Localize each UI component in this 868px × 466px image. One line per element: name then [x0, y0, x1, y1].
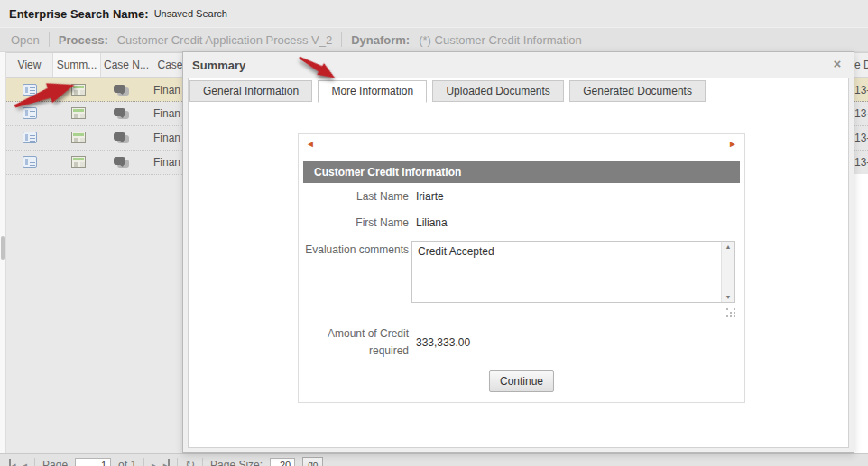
column-header-case-notes[interactable]: Case N... — [101, 53, 152, 77]
tab-strip: General Information More Information Upl… — [189, 78, 848, 102]
textarea-resize-grip-icon[interactable] — [726, 308, 737, 319]
last-name-value: Iriarte — [416, 190, 444, 203]
application-window: Enterprise Search Name: Unsaved Search O… — [0, 0, 868, 466]
modal-title: Summary — [192, 59, 245, 72]
process-label: Process: — [59, 33, 108, 47]
search-name-label: Enterprise Search Name: — [9, 7, 149, 21]
prev-page-icon[interactable]: ◂ — [23, 459, 28, 466]
panel-splitter[interactable] — [0, 52, 6, 453]
refresh-icon[interactable]: ↻ — [185, 458, 195, 466]
last-page-icon[interactable]: ▸ — [163, 459, 171, 466]
case-notes-icon[interactable] — [114, 157, 130, 169]
case-cell: Finan — [153, 84, 186, 96]
page-number-input[interactable] — [75, 458, 111, 466]
enterprise-search-bar: Enterprise Search Name: Unsaved Search — [0, 0, 868, 27]
amount-of-credit-value: 333,333.00 — [416, 336, 470, 349]
toolbar-divider — [49, 32, 50, 47]
textarea-scrollbar[interactable]: ▲ ▼ — [721, 242, 734, 302]
first-name-label: First Name — [299, 216, 409, 229]
case-summary-icon[interactable] — [71, 84, 86, 96]
evaluation-comments-label: Evaluation comments — [299, 243, 409, 256]
splitter-handle-icon[interactable] — [1, 236, 5, 260]
tab-uploaded-documents[interactable]: Uploaded Documents — [432, 80, 563, 102]
view-case-icon[interactable] — [23, 132, 37, 143]
page-size-label: Page Size: — [210, 459, 263, 466]
tab-generated-documents[interactable]: Generated Documents — [569, 80, 706, 102]
case-cell: Finan — [153, 132, 186, 144]
case-summary-icon[interactable] — [71, 132, 86, 143]
close-icon[interactable]: × — [830, 57, 845, 71]
next-page-icon[interactable]: ▸ — [152, 459, 156, 466]
case-notes-icon[interactable] — [114, 132, 130, 144]
last-name-label: Last Name — [299, 190, 409, 203]
search-name-value: Unsaved Search — [154, 8, 227, 19]
column-header-summary[interactable]: Summ... — [53, 53, 101, 77]
case-summary-icon[interactable] — [71, 107, 86, 119]
process-value: Customer Credit Application Process V_2 — [117, 33, 332, 47]
dynaform-prev-icon[interactable]: ◄ — [306, 139, 315, 149]
date-cell: 13- — [854, 107, 868, 120]
toolbar-divider — [143, 458, 144, 466]
view-case-icon[interactable] — [23, 156, 37, 168]
open-button[interactable]: Open — [11, 33, 40, 47]
page-of-label: of 1 — [118, 459, 136, 466]
go-button[interactable]: go — [302, 457, 323, 466]
dynaform-next-icon[interactable]: ► — [728, 139, 737, 149]
case-cell: Finan — [153, 107, 186, 120]
toolbar-divider — [177, 458, 178, 466]
case-summary-icon[interactable] — [71, 156, 86, 168]
column-header-date[interactable]: e D — [854, 53, 868, 77]
evaluation-comments-value: Credit Accepted — [418, 245, 716, 258]
modal-body: General Information More Information Upl… — [188, 78, 849, 448]
tab-content: ◄ ► Customer Credit information Last Nam… — [189, 102, 848, 447]
tab-general-information[interactable]: General Information — [189, 80, 312, 102]
page-label: Page — [42, 459, 68, 466]
continue-button[interactable]: Continue — [489, 370, 554, 392]
date-cell: 13- — [854, 84, 868, 96]
view-case-icon[interactable] — [23, 84, 37, 96]
case-notes-icon[interactable] — [114, 85, 130, 96]
pagination-bar: ◂ ◂ Page of 1 ▸ ▸ ↻ Page Size: go — [0, 453, 868, 466]
date-cell: 13- — [854, 156, 868, 169]
first-name-value: Liliana — [416, 216, 448, 229]
evaluation-comments-textarea[interactable]: Credit Accepted ▲ ▼ — [411, 241, 735, 303]
first-page-icon[interactable]: ◂ — [9, 459, 16, 466]
view-case-icon[interactable] — [23, 107, 37, 119]
scroll-up-icon[interactable]: ▲ — [722, 243, 734, 250]
form-section-header: Customer Credit information — [303, 161, 740, 183]
column-header-view[interactable]: View — [6, 53, 53, 77]
dynaform-value: (*) Customer Credit Information — [419, 33, 582, 47]
process-toolbar: Open Process: Customer Credit Applicatio… — [0, 27, 868, 52]
page-size-input[interactable] — [270, 458, 295, 466]
amount-of-credit-label: Amount of Credit required — [299, 325, 409, 360]
date-cell: 13- — [854, 132, 868, 144]
toolbar-divider — [202, 458, 203, 466]
summary-modal: Summary × General Information More Infor… — [182, 51, 854, 453]
toolbar-divider — [34, 458, 35, 466]
dynaform-label: Dynaform: — [351, 33, 410, 47]
toolbar-divider — [341, 32, 342, 47]
tab-more-information[interactable]: More Information — [318, 80, 427, 103]
modal-title-bar[interactable]: Summary × — [183, 52, 854, 78]
case-cell: Finan — [153, 156, 186, 169]
scroll-down-icon[interactable]: ▼ — [722, 294, 734, 300]
grid-empty-area — [854, 174, 868, 453]
dynaform-panel: ◄ ► Customer Credit information Last Nam… — [298, 133, 745, 403]
case-notes-icon[interactable] — [114, 108, 130, 120]
